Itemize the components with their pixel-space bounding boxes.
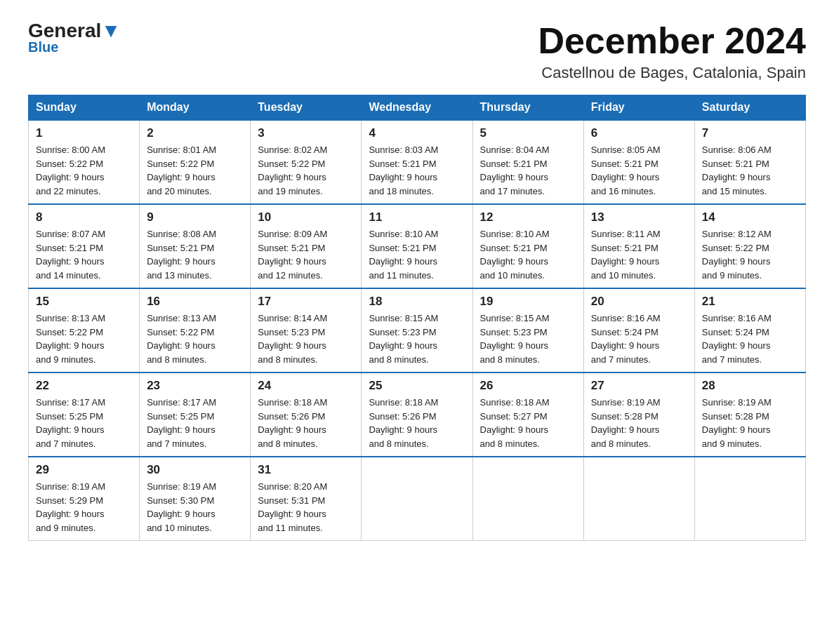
day-number: 16	[147, 295, 243, 309]
day-info: Sunrise: 8:08 AM Sunset: 5:21 PM Dayligh…	[147, 227, 243, 282]
day-info: Sunrise: 8:01 AM Sunset: 5:22 PM Dayligh…	[147, 143, 243, 198]
week-row-2: 8 Sunrise: 8:07 AM Sunset: 5:21 PM Dayli…	[29, 204, 806, 288]
calendar-cell: 31 Sunrise: 8:20 AM Sunset: 5:31 PM Dayl…	[251, 457, 362, 541]
calendar-cell: 21 Sunrise: 8:16 AM Sunset: 5:24 PM Dayl…	[694, 288, 805, 373]
calendar-cell	[362, 457, 472, 541]
calendar-cell: 2 Sunrise: 8:01 AM Sunset: 5:22 PM Dayli…	[140, 120, 251, 204]
calendar-cell: 28 Sunrise: 8:19 AM Sunset: 5:28 PM Dayl…	[694, 373, 805, 457]
day-number: 23	[147, 379, 243, 393]
calendar-cell	[583, 457, 694, 541]
col-header-friday: Friday	[583, 95, 694, 121]
day-info: Sunrise: 8:19 AM Sunset: 5:30 PM Dayligh…	[147, 480, 243, 535]
day-number: 30	[147, 463, 243, 477]
day-number: 10	[258, 210, 354, 224]
calendar-subtitle: Castellnou de Bages, Catalonia, Spain	[538, 64, 806, 82]
week-row-4: 22 Sunrise: 8:17 AM Sunset: 5:25 PM Dayl…	[29, 373, 806, 457]
calendar-title: December 2024	[538, 21, 806, 61]
calendar-cell: 14 Sunrise: 8:12 AM Sunset: 5:22 PM Dayl…	[694, 204, 805, 288]
day-info: Sunrise: 8:02 AM Sunset: 5:22 PM Dayligh…	[258, 143, 354, 198]
calendar-cell: 26 Sunrise: 8:18 AM Sunset: 5:27 PM Dayl…	[472, 373, 583, 457]
day-info: Sunrise: 8:11 AM Sunset: 5:21 PM Dayligh…	[591, 227, 687, 282]
day-info: Sunrise: 8:03 AM Sunset: 5:21 PM Dayligh…	[369, 143, 465, 198]
day-number: 4	[369, 126, 465, 140]
calendar-cell: 22 Sunrise: 8:17 AM Sunset: 5:25 PM Dayl…	[29, 373, 140, 457]
calendar-cell: 11 Sunrise: 8:10 AM Sunset: 5:21 PM Dayl…	[362, 204, 472, 288]
day-info: Sunrise: 8:00 AM Sunset: 5:22 PM Dayligh…	[36, 143, 132, 198]
day-number: 31	[258, 463, 354, 477]
day-info: Sunrise: 8:19 AM Sunset: 5:28 PM Dayligh…	[591, 396, 687, 450]
day-info: Sunrise: 8:12 AM Sunset: 5:22 PM Dayligh…	[702, 227, 798, 282]
calendar-cell: 27 Sunrise: 8:19 AM Sunset: 5:28 PM Dayl…	[583, 373, 694, 457]
day-number: 20	[591, 295, 687, 309]
calendar-cell: 4 Sunrise: 8:03 AM Sunset: 5:21 PM Dayli…	[362, 120, 472, 204]
day-number: 3	[258, 126, 354, 140]
header: General▼ Blue December 2024 Castellnou d…	[28, 21, 806, 82]
calendar-cell: 16 Sunrise: 8:13 AM Sunset: 5:22 PM Dayl…	[140, 288, 251, 373]
calendar-cell: 20 Sunrise: 8:16 AM Sunset: 5:24 PM Dayl…	[583, 288, 694, 373]
col-header-monday: Monday	[140, 95, 251, 121]
day-info: Sunrise: 8:17 AM Sunset: 5:25 PM Dayligh…	[147, 396, 243, 450]
day-number: 21	[702, 295, 798, 309]
day-info: Sunrise: 8:15 AM Sunset: 5:23 PM Dayligh…	[369, 311, 465, 366]
day-info: Sunrise: 8:14 AM Sunset: 5:23 PM Dayligh…	[258, 311, 354, 366]
logo-text: General▼	[28, 21, 121, 41]
day-number: 8	[36, 210, 132, 224]
day-info: Sunrise: 8:04 AM Sunset: 5:21 PM Dayligh…	[480, 143, 576, 198]
day-info: Sunrise: 8:20 AM Sunset: 5:31 PM Dayligh…	[258, 480, 354, 535]
day-number: 24	[258, 379, 354, 393]
calendar-cell: 29 Sunrise: 8:19 AM Sunset: 5:29 PM Dayl…	[29, 457, 140, 541]
calendar-cell: 23 Sunrise: 8:17 AM Sunset: 5:25 PM Dayl…	[140, 373, 251, 457]
day-info: Sunrise: 8:13 AM Sunset: 5:22 PM Dayligh…	[147, 311, 243, 366]
day-number: 1	[36, 126, 132, 140]
calendar-cell: 15 Sunrise: 8:13 AM Sunset: 5:22 PM Dayl…	[29, 288, 140, 373]
day-number: 17	[258, 295, 354, 309]
calendar-cell: 1 Sunrise: 8:00 AM Sunset: 5:22 PM Dayli…	[29, 120, 140, 204]
day-number: 29	[36, 463, 132, 477]
day-info: Sunrise: 8:15 AM Sunset: 5:23 PM Dayligh…	[480, 311, 576, 366]
day-info: Sunrise: 8:19 AM Sunset: 5:28 PM Dayligh…	[702, 396, 798, 450]
week-row-1: 1 Sunrise: 8:00 AM Sunset: 5:22 PM Dayli…	[29, 120, 806, 204]
day-number: 6	[591, 126, 687, 140]
calendar-header-row: SundayMondayTuesdayWednesdayThursdayFrid…	[29, 95, 806, 121]
day-info: Sunrise: 8:10 AM Sunset: 5:21 PM Dayligh…	[369, 227, 465, 282]
calendar-cell: 10 Sunrise: 8:09 AM Sunset: 5:21 PM Dayl…	[251, 204, 362, 288]
day-info: Sunrise: 8:13 AM Sunset: 5:22 PM Dayligh…	[36, 311, 132, 366]
logo-blue-text: Blue	[28, 39, 58, 55]
day-number: 26	[480, 379, 576, 393]
day-number: 27	[591, 379, 687, 393]
day-info: Sunrise: 8:18 AM Sunset: 5:27 PM Dayligh…	[480, 396, 576, 450]
day-info: Sunrise: 8:05 AM Sunset: 5:21 PM Dayligh…	[591, 143, 687, 198]
col-header-sunday: Sunday	[29, 95, 140, 121]
calendar-cell: 18 Sunrise: 8:15 AM Sunset: 5:23 PM Dayl…	[362, 288, 472, 373]
calendar-table: SundayMondayTuesdayWednesdayThursdayFrid…	[28, 95, 806, 541]
day-info: Sunrise: 8:19 AM Sunset: 5:29 PM Dayligh…	[36, 480, 132, 535]
day-info: Sunrise: 8:17 AM Sunset: 5:25 PM Dayligh…	[36, 396, 132, 450]
day-number: 5	[480, 126, 576, 140]
calendar-cell: 8 Sunrise: 8:07 AM Sunset: 5:21 PM Dayli…	[29, 204, 140, 288]
day-info: Sunrise: 8:16 AM Sunset: 5:24 PM Dayligh…	[591, 311, 687, 366]
col-header-wednesday: Wednesday	[362, 95, 472, 121]
calendar-cell: 19 Sunrise: 8:15 AM Sunset: 5:23 PM Dayl…	[472, 288, 583, 373]
day-info: Sunrise: 8:06 AM Sunset: 5:21 PM Dayligh…	[702, 143, 798, 198]
day-info: Sunrise: 8:10 AM Sunset: 5:21 PM Dayligh…	[480, 227, 576, 282]
title-area: December 2024 Castellnou de Bages, Catal…	[538, 21, 806, 82]
calendar-cell	[694, 457, 805, 541]
day-number: 22	[36, 379, 132, 393]
day-info: Sunrise: 8:18 AM Sunset: 5:26 PM Dayligh…	[369, 396, 465, 450]
day-number: 15	[36, 295, 132, 309]
calendar-cell: 5 Sunrise: 8:04 AM Sunset: 5:21 PM Dayli…	[472, 120, 583, 204]
col-header-thursday: Thursday	[472, 95, 583, 121]
logo: General▼ Blue	[28, 21, 121, 55]
col-header-tuesday: Tuesday	[251, 95, 362, 121]
calendar-cell: 7 Sunrise: 8:06 AM Sunset: 5:21 PM Dayli…	[694, 120, 805, 204]
day-number: 12	[480, 210, 576, 224]
calendar-cell	[472, 457, 583, 541]
calendar-cell: 6 Sunrise: 8:05 AM Sunset: 5:21 PM Dayli…	[583, 120, 694, 204]
logo-triangle-icon: ▼	[101, 20, 121, 41]
day-number: 18	[369, 295, 465, 309]
day-info: Sunrise: 8:09 AM Sunset: 5:21 PM Dayligh…	[258, 227, 354, 282]
week-row-5: 29 Sunrise: 8:19 AM Sunset: 5:29 PM Dayl…	[29, 457, 806, 541]
day-info: Sunrise: 8:18 AM Sunset: 5:26 PM Dayligh…	[258, 396, 354, 450]
calendar-cell: 30 Sunrise: 8:19 AM Sunset: 5:30 PM Dayl…	[140, 457, 251, 541]
calendar-cell: 25 Sunrise: 8:18 AM Sunset: 5:26 PM Dayl…	[362, 373, 472, 457]
